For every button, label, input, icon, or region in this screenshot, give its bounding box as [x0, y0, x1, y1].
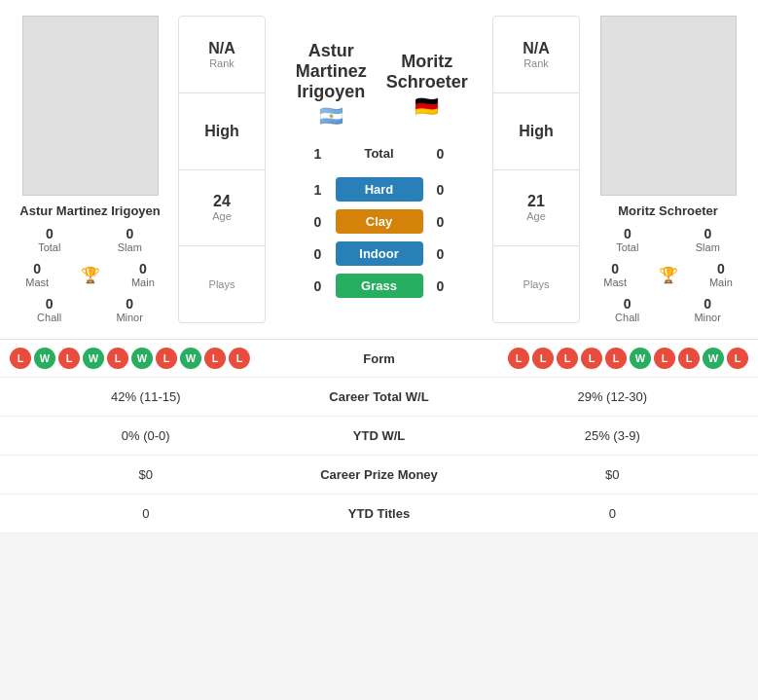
player2-plays-val: Plays [523, 278, 550, 290]
form-badge-p1: L [229, 348, 250, 369]
titles-row: 0 YTD Titles 0 [0, 495, 758, 534]
player2-age-label: Age [526, 210, 546, 222]
player2-slam-label: Slam [696, 241, 720, 253]
player1-photo [22, 16, 159, 196]
player2-main-label: Main [709, 276, 733, 288]
player2-age-val: 21 [527, 193, 545, 210]
player1-slam: 0 [126, 226, 133, 241]
player2-main: 0 [717, 261, 725, 276]
form-badge-p1: W [83, 348, 104, 369]
grass-score-p2: 0 [431, 278, 451, 294]
form-badge-p2: W [703, 348, 724, 369]
stats-table: LWLWLWLWLL Form LLLLLWLLWL 42% (11-15) C… [0, 339, 758, 534]
player1-name: Astur Martinez Irigoyen [19, 203, 160, 218]
player1-high-val: High [204, 123, 239, 140]
form-label: Form [302, 351, 457, 366]
player1-rank-cell: N/A Rank [179, 17, 265, 93]
player2-high-cell: High [493, 93, 579, 170]
form-badge-p1: W [180, 348, 201, 369]
prize-p2: $0 [477, 467, 749, 482]
ytd-wl-label: YTD W/L [282, 428, 477, 443]
form-badge-p2: L [508, 348, 529, 369]
player1-main: 0 [139, 261, 147, 276]
ytd-wl-p1: 0% (0-0) [10, 428, 282, 443]
titles-label: YTD Titles [282, 506, 477, 521]
form-badge-p2: L [654, 348, 675, 369]
player1-age-label: Age [212, 210, 232, 222]
prize-row: $0 Career Prize Money $0 [0, 456, 758, 495]
player1-minor: 0 [126, 296, 133, 312]
clay-score-p1: 0 [308, 214, 328, 230]
form-badge-p1: L [10, 348, 31, 369]
player2-total: 0 [624, 226, 632, 241]
grass-row: 0 Grass 0 [273, 274, 485, 298]
court-section: Astur MartinezIrigoyen 🇦🇷 MoritzSchroete… [273, 16, 485, 323]
player2-name: Moritz Schroeter [618, 203, 718, 218]
clay-row: 0 Clay 0 [273, 209, 485, 234]
player2-mast-label: Mast [603, 276, 627, 288]
player2-mast: 0 [611, 261, 619, 276]
player1-chall: 0 [46, 296, 54, 312]
player2-age-cell: 21 Age [493, 170, 579, 247]
indoor-score-p1: 0 [308, 246, 328, 262]
player1-stats: 0 Total 0 Slam 0 Mast 🏆 [10, 226, 170, 323]
player2-chall-label: Chall [615, 312, 639, 323]
player1-rank-val: N/A [208, 40, 235, 57]
total-row: 1 Total 0 [273, 141, 485, 166]
player2-rank-label: Rank [523, 57, 549, 69]
trophy-icon-p1: 🏆 [81, 266, 100, 284]
total-score-p1: 1 [308, 146, 328, 162]
career-total-p2: 29% (12-30) [477, 389, 749, 404]
player1-main-label: Main [131, 276, 155, 288]
player2-chall: 0 [624, 296, 632, 312]
form-badge-p2: L [605, 348, 627, 369]
form-badge-p1: W [34, 348, 55, 369]
player2-plays-cell: Plays [493, 246, 579, 322]
player2-flag: 🇩🇪 [415, 94, 439, 118]
prize-p1: $0 [10, 467, 282, 482]
career-total-row: 42% (11-15) Career Total W/L 29% (12-30) [0, 378, 758, 417]
form-badge-p2: L [727, 348, 748, 369]
form-badge-p1: L [107, 348, 128, 369]
player1-high-cell: High [179, 93, 265, 170]
player2-slam: 0 [704, 226, 711, 241]
player1-rank-label: Rank [209, 57, 235, 69]
grass-score-p1: 0 [308, 278, 328, 294]
player1-total-label: Total [38, 241, 60, 253]
indoor-score-p2: 0 [431, 246, 451, 262]
player1-total: 0 [46, 226, 54, 241]
form-badge-p2: L [581, 348, 602, 369]
player1-minor-label: Minor [116, 312, 143, 323]
form-badge-p2: W [630, 348, 651, 369]
form-badges-p2: LLLLLWLLWL [457, 348, 749, 369]
hard-score-p1: 1 [308, 182, 328, 198]
player2-total-label: Total [616, 241, 638, 253]
player2-rank-cell: N/A Rank [493, 17, 579, 93]
player2-high-val: High [519, 123, 554, 140]
prize-label: Career Prize Money [282, 467, 477, 482]
player2-photo [600, 16, 737, 196]
titles-p1: 0 [10, 506, 282, 521]
total-label: Total [336, 141, 423, 166]
form-badge-p2: L [557, 348, 578, 369]
player1-mast-label: Mast [25, 276, 49, 288]
indoor-badge: Indoor [336, 241, 423, 266]
grass-badge: Grass [336, 274, 423, 298]
form-badge-p2: L [678, 348, 700, 369]
titles-p2: 0 [477, 506, 749, 521]
player1-age-cell: 24 Age [179, 170, 265, 247]
form-badge-p1: L [58, 348, 80, 369]
player1-slam-label: Slam [118, 241, 142, 253]
player2-header-name: MoritzSchroeter [386, 52, 468, 92]
form-badge-p1: L [156, 348, 177, 369]
player1-plays-cell: Plays [179, 246, 265, 322]
ytd-wl-row: 0% (0-0) YTD W/L 25% (3-9) [0, 417, 758, 456]
form-badge-p1: W [131, 348, 153, 369]
player2-rank-val: N/A [523, 40, 550, 57]
player1-header-name: Astur MartinezIrigoyen [283, 41, 379, 102]
clay-badge: Clay [336, 209, 423, 234]
player2-detail: N/A Rank High 21 Age Plays [492, 16, 580, 323]
indoor-row: 0 Indoor 0 [273, 241, 485, 266]
career-total-p1: 42% (11-15) [10, 389, 282, 404]
hard-row: 1 Hard 0 [273, 177, 485, 202]
